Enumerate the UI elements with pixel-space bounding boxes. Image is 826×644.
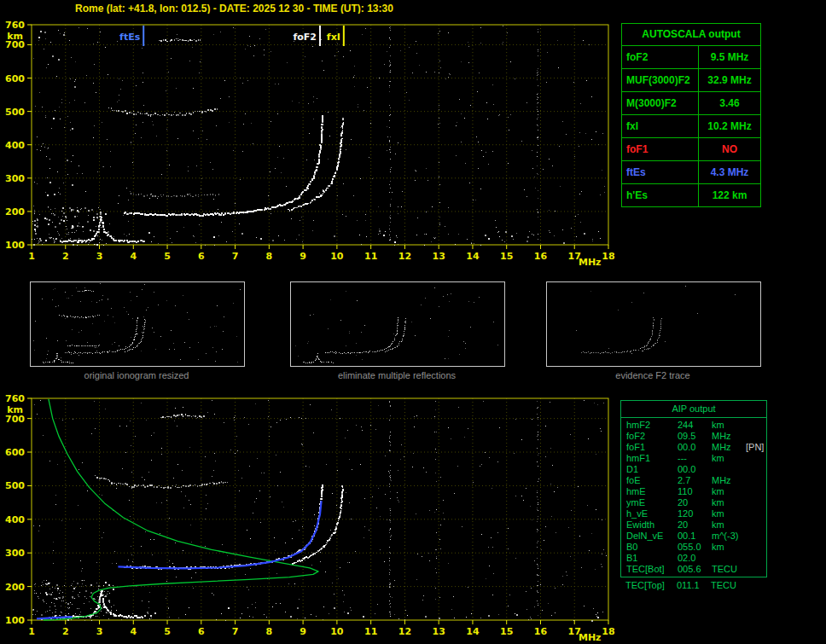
aip-label: hmF1: [621, 453, 678, 464]
trace-Es-layer: [60, 216, 145, 243]
autoscala-output-panel: AUTOSCALA output foF29.5 MHzMUF(3000)F23…: [621, 23, 761, 207]
trace-F-trace-extraordinary: [288, 118, 344, 211]
x-tick-label: 1: [28, 251, 35, 262]
x-tick-label: 3: [96, 251, 103, 262]
aip-row-hmE: hmE110km: [621, 486, 766, 497]
aip-row-foF1: foF100.0MHz[PN]: [621, 442, 766, 453]
aip-row-TEC[Top]: TEC[Top]011.1TECU: [620, 580, 767, 591]
autoscala-row-foF1: foF1NO: [622, 137, 760, 160]
x-tick-label: 12: [398, 626, 411, 637]
autoscala-param-label: foF2: [622, 46, 699, 68]
x-tick-label: 18: [602, 626, 614, 637]
thumbnail-original-svg: [31, 282, 242, 364]
aip-label: foE: [621, 475, 678, 486]
x-tick-label: 4: [130, 251, 137, 262]
x-tick-label: 15: [500, 626, 513, 637]
aip-box: AIP output hmF2244kmfoF209.5MHzfoF100.0M…: [620, 400, 767, 577]
restored-trace: [118, 501, 321, 568]
autoscala-row-MUF(3000)F2: MUF(3000)F232.9 MHz: [622, 68, 760, 91]
marker-label-ftEs: ftEs: [119, 32, 141, 43]
thumbnail-caption-eliminate: eliminate multiple reflections: [290, 370, 503, 380]
autoscala-param-label: h'Es: [622, 184, 699, 206]
y-tick-label: 100: [5, 615, 25, 626]
marker-label-fxI: fxI: [327, 32, 340, 43]
thumbnail-evidence-f2: [546, 281, 761, 367]
autoscala-row-M(3000)F2: M(3000)F23.46: [622, 91, 760, 114]
thumb-traces: [576, 286, 736, 354]
y-tick-label: 300: [5, 173, 25, 184]
aip-value: 20: [678, 497, 712, 508]
trace-F2-second-order: [95, 475, 228, 489]
x-tick-label: 6: [198, 251, 205, 262]
y-tick-label: 300: [5, 548, 25, 559]
aip-label: B1: [621, 553, 678, 564]
x-tick-label: 3: [96, 626, 103, 637]
thumb-traces: [33, 283, 241, 363]
aip-unit: MHz: [712, 431, 746, 442]
x-tick-label: 1: [28, 626, 35, 637]
autoscala-row-ftEs: ftEs4.3 MHz: [622, 160, 760, 183]
trace-F-trace-ordinary: [124, 484, 323, 570]
x-tick-label: 7: [232, 251, 239, 262]
trace-F-trace-ordinary: [124, 115, 324, 217]
aip-row-Ewidth: Ewidth20km: [621, 519, 766, 531]
y-tick-label: 400: [5, 514, 25, 525]
aip-header: AIP output: [621, 401, 766, 418]
aip-row-h_vE: h_vE120km: [621, 508, 766, 519]
aip-value: 20: [678, 519, 712, 531]
x-tick-label: 9: [300, 626, 306, 637]
x-tick-label: 11: [364, 251, 377, 262]
x-tick-label: 2: [62, 251, 69, 262]
thumb-traces: [295, 287, 498, 363]
aip-value: 011.1: [677, 580, 711, 591]
aip-row-D1: D100.0: [621, 464, 766, 475]
aip-unit: TECU: [712, 564, 746, 575]
aip-extra: [PN]: [746, 442, 764, 453]
aip-label: hmF2: [621, 420, 678, 431]
x-tick-label: 2: [62, 626, 69, 637]
aip-rows: hmF2244kmfoF209.5MHzfoF100.0MHz[PN]hmF1-…: [621, 420, 766, 575]
x-tick-label: 14: [466, 626, 480, 637]
autoscala-param-label: MUF(3000)F2: [622, 69, 699, 91]
aip-label: Ewidth: [621, 519, 678, 531]
x-tick-label: 7: [232, 626, 239, 637]
aip-label: foF2: [621, 431, 678, 442]
autoscala-param-value: 4.3 MHz: [699, 161, 760, 183]
aip-label: ymE: [621, 497, 678, 508]
y-tick-label: 200: [5, 582, 25, 593]
x-tick-label: 4: [130, 626, 137, 637]
trace-multiple-700km: [160, 414, 204, 418]
aip-unit: MHz: [712, 475, 746, 486]
autoscala-param-value: 122 km: [699, 184, 760, 206]
x-tick-label: 9: [300, 251, 306, 262]
y-tick-label: 500: [5, 107, 25, 118]
autoscala-param-value: 10.2 MHz: [699, 115, 760, 137]
aip-row-B0: B0055.0km: [621, 542, 766, 553]
y-axis-unit: km: [7, 404, 23, 415]
autoscala-param-label: foF1: [622, 138, 699, 160]
thumbnail-eliminate-svg: [291, 282, 503, 364]
autoscala-param-value: 9.5 MHz: [699, 46, 760, 68]
y-tick-label: 760: [5, 393, 25, 404]
y-tick-label: 100: [5, 240, 25, 251]
bottom-ionogram-plot: 100200300400500600700760km12345678910111…: [0, 388, 619, 644]
aip-unit: TECU: [711, 580, 745, 591]
aip-unit: km: [712, 497, 746, 508]
axis-labels: 100200300400500600700760km12345678910111…: [5, 393, 615, 643]
x-tick-label: 6: [198, 626, 205, 637]
top-ionogram-plot: 100200300400500600700760km12345678910111…: [0, 14, 619, 271]
aip-value: 110: [678, 486, 712, 497]
aip-label: TEC[Top]: [620, 580, 677, 591]
aip-unit: [712, 464, 746, 475]
autoscala-row-h'Es: h'Es122 km: [622, 183, 760, 206]
x-tick-label: 13: [433, 626, 445, 637]
x-tick-label: 11: [364, 626, 377, 637]
x-tick-label: 10: [330, 626, 344, 637]
autoscala-param-label: M(3000)F2: [622, 92, 699, 114]
axis-labels: 100200300400500600700760km12345678910111…: [5, 20, 615, 268]
aip-row-foE: foE2.7MHz: [621, 475, 766, 486]
aip-value: ---: [678, 453, 712, 464]
aip-row-TEC[Bot]: TEC[Bot]005.6TECU: [621, 564, 766, 575]
autoscala-rows: foF29.5 MHzMUF(3000)F232.9 MHzM(3000)F23…: [622, 45, 760, 206]
x-tick-label: 16: [534, 251, 548, 262]
